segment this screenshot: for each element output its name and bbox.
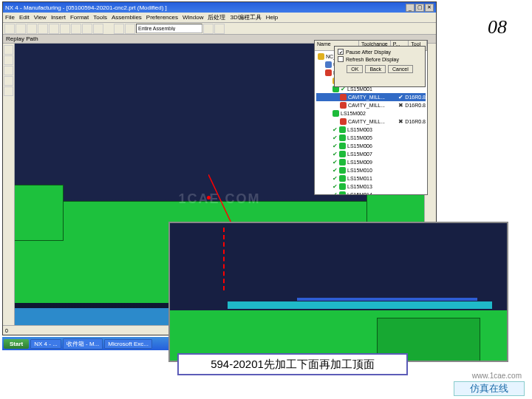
toolbar-btn[interactable] bbox=[82, 24, 92, 34]
opnav-item[interactable]: ✔LS15M010 bbox=[316, 166, 426, 174]
maximize-button[interactable]: ▢ bbox=[415, 4, 424, 12]
back-button[interactable]: Back bbox=[365, 65, 386, 73]
assembly-selector[interactable] bbox=[136, 24, 202, 33]
toolbar-btn[interactable] bbox=[71, 24, 81, 34]
opnav-item[interactable]: CAVITY_MILL...✖D16R0.8 bbox=[316, 117, 426, 126]
menu-help[interactable]: Help bbox=[266, 14, 278, 21]
op-icon bbox=[340, 94, 347, 100]
cross-icon: ✖ bbox=[398, 102, 403, 109]
opnav-item[interactable]: ✔LS15M007 bbox=[316, 150, 426, 158]
opnav-item[interactable]: ✔LS15M013 bbox=[316, 183, 426, 191]
menu-postprocess[interactable]: 后处理 bbox=[208, 13, 225, 21]
menu-insert[interactable]: Insert bbox=[51, 14, 66, 21]
checkbox-icon bbox=[338, 56, 344, 62]
toolbar-btn[interactable] bbox=[27, 24, 37, 34]
menu-edit[interactable]: Edit bbox=[19, 14, 30, 21]
check-icon: ✔ bbox=[332, 151, 338, 157]
menu-preferences[interactable]: Preferences bbox=[146, 14, 178, 21]
taskbar-item[interactable]: NX 4 - ... bbox=[30, 339, 61, 349]
checkbox-pause[interactable]: ✔ Pause After Display bbox=[338, 49, 422, 55]
left-tool-btn[interactable] bbox=[4, 55, 13, 65]
opnav-item[interactable]: LS15M002 bbox=[316, 109, 426, 117]
checkbox-refresh[interactable]: Refresh Before Display bbox=[338, 56, 422, 62]
left-tool-btn[interactable] bbox=[4, 86, 13, 96]
toolbar-btn[interactable] bbox=[49, 24, 59, 34]
detail-view-panel bbox=[168, 222, 508, 362]
left-tool-btn[interactable] bbox=[4, 45, 13, 55]
op-icon bbox=[339, 151, 346, 157]
folder-icon bbox=[325, 61, 332, 68]
check-icon: ✔ bbox=[332, 183, 338, 190]
menu-assemblies[interactable]: Assemblies bbox=[112, 14, 142, 21]
left-tool-btn[interactable] bbox=[4, 76, 13, 86]
check-icon: ✔ bbox=[332, 134, 338, 141]
op-icon bbox=[339, 134, 346, 141]
opnav-item[interactable]: ✔LS15M003 bbox=[316, 126, 426, 134]
op-icon bbox=[339, 126, 346, 133]
model-step-left bbox=[15, 185, 64, 241]
opnav-item[interactable]: ✔LS15M005 bbox=[316, 134, 426, 142]
detail-toolpath-blue bbox=[297, 298, 477, 301]
footer-brand: 仿真在线 bbox=[454, 381, 525, 396]
opnav-item-selected[interactable]: CAVITY_MILL...✔D16R0.8 bbox=[316, 93, 426, 101]
start-button[interactable]: Start bbox=[4, 339, 29, 349]
toolbar-btn[interactable] bbox=[203, 24, 214, 34]
opnav-item[interactable]: CAVITY_MILL...✖D16R0.8 bbox=[316, 101, 426, 109]
check-icon: ✔ bbox=[332, 126, 338, 133]
check-icon: ✔ bbox=[398, 94, 403, 100]
toolbar-btn[interactable] bbox=[60, 24, 70, 34]
check-icon: ✔ bbox=[332, 159, 338, 166]
op-icon bbox=[339, 159, 346, 166]
cross-icon: ✖ bbox=[398, 118, 403, 125]
menu-bar: File Edit View Insert Format Tools Assem… bbox=[3, 13, 436, 23]
menu-view[interactable]: View bbox=[34, 14, 47, 21]
app-title: NX 4 - Manufacturing - [05100594-20201-c… bbox=[5, 4, 167, 11]
replay-options-dialog: ✔ Pause After Display Refresh Before Dis… bbox=[334, 46, 426, 87]
left-tool-btn[interactable] bbox=[4, 66, 13, 75]
op-icon bbox=[339, 167, 346, 174]
opnav-item[interactable]: ✔LS15M014 bbox=[316, 191, 426, 194]
check-icon: ✔ bbox=[332, 167, 338, 174]
folder-icon bbox=[318, 53, 324, 60]
check-icon: ✔ bbox=[332, 191, 338, 194]
op-icon bbox=[339, 191, 346, 194]
toolbar-btn[interactable] bbox=[16, 24, 26, 34]
left-toolbar bbox=[3, 44, 15, 325]
toolbar-btn[interactable] bbox=[38, 24, 48, 34]
menu-file[interactable]: File bbox=[5, 14, 15, 21]
toolbar-btn[interactable] bbox=[125, 24, 135, 34]
folder-icon bbox=[325, 69, 332, 76]
op-icon bbox=[339, 183, 346, 190]
menu-tools[interactable]: Tools bbox=[93, 14, 107, 21]
op-icon bbox=[339, 143, 346, 149]
footer-url: www.1cae.com bbox=[472, 372, 522, 380]
toolbar-btn[interactable] bbox=[214, 24, 225, 34]
opnav-item[interactable]: ✔LS15M009 bbox=[316, 158, 426, 166]
ok-button[interactable]: OK bbox=[347, 65, 363, 73]
toolbar-btn[interactable] bbox=[93, 24, 103, 34]
check-icon: ✔ bbox=[332, 143, 338, 149]
title-bar: NX 4 - Manufacturing - [05100594-20201-c… bbox=[3, 2, 436, 13]
checkbox-icon: ✔ bbox=[338, 49, 344, 55]
taskbar-item[interactable]: 收件箱 - M... bbox=[63, 338, 103, 349]
opnav-item[interactable]: ✔LS15M011 bbox=[316, 174, 426, 183]
cancel-button[interactable]: Cancel bbox=[388, 65, 413, 73]
status-text: 0 bbox=[5, 328, 8, 333]
toolbar-btn[interactable] bbox=[114, 24, 124, 34]
detail-toolpath-teal bbox=[228, 301, 492, 309]
toolbar-btn[interactable] bbox=[4, 24, 15, 34]
op-icon bbox=[332, 110, 339, 117]
menu-window[interactable]: Window bbox=[183, 14, 203, 21]
minimize-button[interactable]: _ bbox=[406, 4, 415, 12]
opnav-item[interactable]: ✔LS15M006 bbox=[316, 142, 426, 150]
menu-format[interactable]: Format bbox=[70, 14, 89, 21]
caption-text: 594-20201先加工下面再加工顶面 bbox=[211, 358, 375, 372]
detail-dash-line bbox=[223, 228, 225, 290]
menu-3dtools[interactable]: 3D编程工具 bbox=[230, 13, 261, 21]
op-icon bbox=[339, 175, 346, 182]
check-icon: ✔ bbox=[332, 175, 338, 182]
toolbar-main bbox=[3, 23, 436, 35]
op-icon bbox=[340, 118, 347, 125]
close-button[interactable]: ✕ bbox=[425, 4, 434, 12]
taskbar-item[interactable]: Microsoft Exc... bbox=[104, 339, 152, 349]
